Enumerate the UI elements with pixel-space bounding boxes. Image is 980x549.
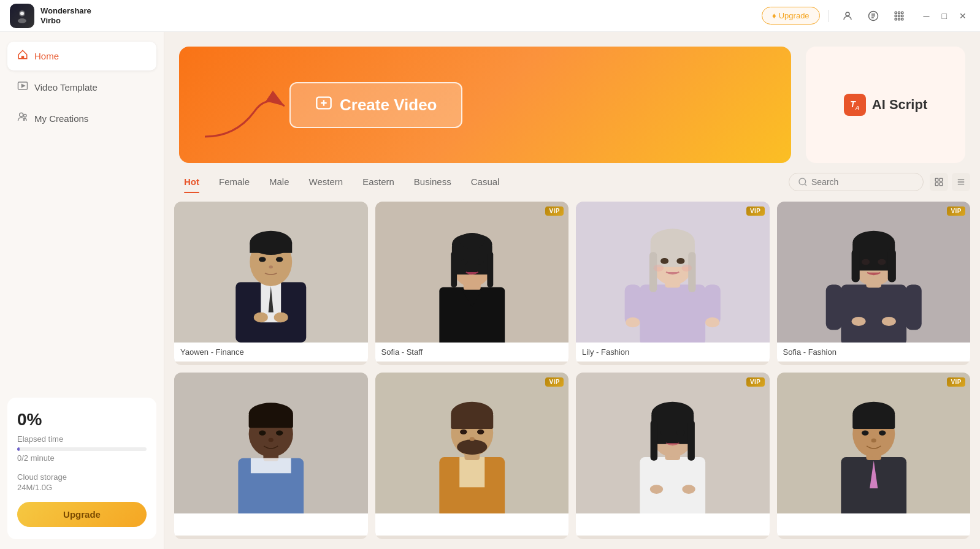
tab-male[interactable]: Male	[259, 172, 299, 192]
svg-rect-14	[21, 56, 25, 59]
svg-point-82	[881, 317, 895, 326]
vip-badge-6: VIP	[545, 377, 564, 387]
avatar-card-sofia-fashion[interactable]: VIP	[777, 202, 971, 365]
svg-point-119	[862, 430, 869, 435]
create-video-button[interactable]: Create Video	[289, 82, 462, 128]
svg-point-79	[862, 259, 870, 265]
svg-point-39	[259, 257, 266, 262]
svg-point-88	[259, 430, 266, 435]
svg-point-99	[460, 430, 467, 434]
window-controls: ─ □ ✕	[920, 9, 970, 23]
chat-icon-button[interactable]	[863, 6, 883, 26]
view-toggle	[930, 173, 970, 191]
home-icon	[17, 49, 28, 63]
svg-point-18	[24, 115, 27, 118]
avatar-name-sofia-staff: Sofia - Staff	[375, 343, 569, 362]
avatar-card-lily-fashion[interactable]: VIP	[576, 202, 770, 365]
close-button[interactable]: ✕	[955, 9, 970, 23]
avatar-card-yaowen-finance[interactable]: Yaowen - Finance	[174, 202, 368, 365]
video-template-label: Video Template	[34, 82, 98, 93]
svg-point-41	[269, 265, 273, 268]
svg-point-112	[682, 485, 695, 494]
avatar-card-8[interactable]: VIP	[777, 373, 971, 539]
maximize-button[interactable]: □	[938, 9, 951, 23]
upgrade-sidebar-button[interactable]: Upgrade	[17, 502, 147, 527]
svg-rect-26	[940, 178, 943, 181]
avatar-grid: Yaowen - Finance VIP	[164, 197, 980, 549]
avatar-card-sofia-staff[interactable]: VIP	[375, 202, 569, 365]
elapsed-minutes: 0/2 minute	[17, 453, 147, 463]
main-content: Create Video TA AI Script Hot Female Mal…	[164, 32, 980, 549]
avatar-name-6	[375, 513, 569, 536]
app-branding: Wondershare Virbo	[10, 4, 91, 28]
svg-point-23	[799, 178, 806, 185]
svg-rect-11	[895, 18, 897, 20]
svg-point-42	[254, 312, 268, 322]
tab-eastern[interactable]: Eastern	[353, 172, 404, 192]
sidebar-item-home[interactable]: Home	[7, 42, 156, 70]
svg-point-100	[477, 430, 484, 434]
tab-casual[interactable]: Casual	[461, 172, 510, 192]
avatar-name-7	[576, 513, 770, 536]
svg-point-65	[676, 258, 684, 264]
tab-female[interactable]: Female	[209, 172, 259, 192]
svg-point-2	[20, 12, 24, 15]
my-creations-icon	[17, 112, 28, 126]
avatar-card-6[interactable]: VIP	[375, 373, 569, 539]
app-logo	[10, 4, 34, 28]
upgrade-header-label: Upgrade	[779, 11, 810, 20]
svg-marker-16	[22, 85, 25, 88]
svg-point-111	[650, 485, 663, 494]
sidebar-stats: 0% Elapsed time 0/2 minute Cloud storage…	[7, 398, 156, 539]
svg-point-52	[459, 233, 484, 249]
title-bar-actions: ♦ Upgrade ─ □ ✕	[762, 6, 970, 26]
ai-script-panel[interactable]: TA AI Script	[806, 47, 965, 163]
avatar-portrait-yaowen	[174, 202, 368, 343]
svg-point-80	[878, 259, 886, 265]
avatar-portrait-8	[777, 373, 971, 513]
svg-rect-108	[687, 420, 695, 461]
screenshot-view-button[interactable]	[930, 173, 948, 191]
svg-rect-93	[459, 457, 484, 487]
tabs-row: Hot Female Male Western Eastern Business…	[164, 163, 980, 197]
svg-point-81	[851, 317, 865, 326]
arrow-indicator	[199, 81, 297, 143]
vip-badge-8: VIP	[947, 377, 965, 387]
storage-label: Cloud storage	[17, 472, 147, 482]
main-layout: Home Video Template My Creations 0% E	[0, 32, 980, 549]
search-input[interactable]	[811, 177, 909, 187]
svg-rect-5	[895, 12, 897, 13]
avatar-card-7[interactable]: VIP	[576, 373, 770, 539]
tab-business[interactable]: Business	[404, 172, 461, 192]
svg-rect-63	[688, 252, 695, 292]
svg-point-17	[20, 113, 23, 116]
sidebar-item-video-template[interactable]: Video Template	[7, 73, 156, 102]
progress-bar	[17, 447, 147, 451]
avatar-name-8	[777, 513, 971, 536]
svg-rect-28	[940, 183, 943, 186]
ai-script-label: AI Script	[872, 97, 927, 113]
svg-point-69	[705, 317, 719, 327]
svg-rect-72	[905, 285, 921, 330]
search-icon	[798, 177, 808, 187]
svg-rect-118	[852, 414, 895, 429]
minimize-button[interactable]: ─	[920, 9, 933, 23]
avatar-portrait-5	[174, 373, 368, 513]
sidebar-item-my-creations[interactable]: My Creations	[7, 104, 156, 133]
user-icon-button[interactable]	[838, 6, 857, 26]
svg-point-121	[871, 439, 876, 443]
upgrade-header-button[interactable]: ♦ Upgrade	[762, 7, 820, 25]
tab-hot[interactable]: Hot	[174, 172, 209, 192]
svg-point-68	[626, 317, 640, 327]
avatar-name-yaowen: Yaowen - Finance	[174, 343, 368, 362]
svg-rect-6	[898, 12, 900, 13]
avatar-portrait-sofia-fashion	[777, 202, 971, 343]
avatar-portrait-sofia-staff	[375, 202, 569, 343]
list-view-button[interactable]	[952, 173, 970, 191]
avatar-card-5[interactable]	[174, 373, 368, 539]
apps-icon-button[interactable]	[889, 6, 909, 26]
tab-western[interactable]: Western	[299, 172, 353, 192]
svg-rect-10	[901, 15, 903, 17]
svg-rect-102	[640, 457, 705, 513]
svg-rect-107	[651, 420, 658, 461]
